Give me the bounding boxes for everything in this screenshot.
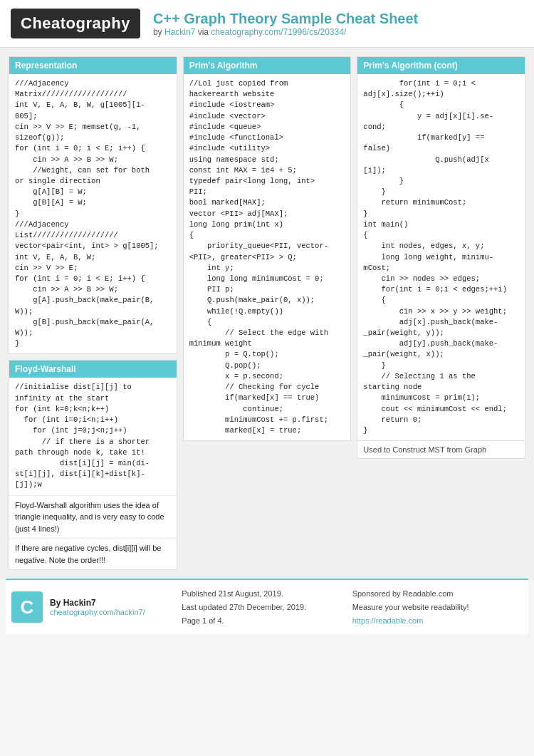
- main-content: Representation ///Adjacency Matrix//////…: [0, 48, 534, 579]
- footer-right: Sponsored by Readable.com Measure your w…: [352, 587, 523, 627]
- column-3: Prim's Algorithm (cont) for(int i = 0;i …: [354, 53, 528, 573]
- footer-sponsored: Sponsored by Readable.com: [352, 587, 523, 601]
- floyd-warshall-section: Floyd-Warshall //initialise dist[i][j] t…: [9, 360, 177, 570]
- floyd-warshall-body: //initialise dist[i][j] to infinity at t…: [9, 378, 177, 494]
- representation-section: Representation ///Adjacency Matrix//////…: [9, 56, 177, 354]
- column-2: Prim's Algorithm //Lol just copied from …: [180, 53, 355, 573]
- prims-header: Prim's Algorithm: [184, 57, 351, 74]
- prims-body: //Lol just copied from hackerearth websi…: [184, 74, 351, 440]
- footer-author-info: By Hackin7 cheatography.com/hackin7/: [50, 598, 145, 616]
- page-title: C++ Graph Theory Sample Cheat Sheet: [153, 11, 418, 27]
- footer-logo: C: [11, 591, 43, 623]
- footer-author-link[interactable]: cheatography.com/hackin7/: [50, 608, 145, 616]
- logo: Cheatography: [11, 9, 140, 38]
- prims-cont-header: Prim's Algorithm (cont): [357, 57, 525, 74]
- cheat-url[interactable]: cheatography.com/71996/cs/20334/: [211, 27, 346, 37]
- floyd-warshall-header: Floyd-Warshall: [9, 361, 177, 378]
- header: Cheatography C++ Graph Theory Sample Che…: [0, 0, 534, 48]
- footer: C By Hackin7 cheatography.com/hackin7/ P…: [6, 579, 528, 634]
- footer-published: Published 21st August, 2019.: [182, 587, 352, 601]
- footer-author-name: By Hackin7: [50, 598, 145, 608]
- footer-page: Page 1 of 4.: [182, 614, 352, 628]
- prims-section: Prim's Algorithm //Lol just copied from …: [183, 56, 352, 441]
- column-1: Representation ///Adjacency Matrix//////…: [6, 53, 180, 573]
- used-note: Used to Construct MST from Graph: [357, 440, 525, 458]
- floyd-warshall-note1: Floyd-Warshall algorithm uses the idea o…: [9, 495, 177, 539]
- author-link[interactable]: Hackin7: [164, 27, 195, 37]
- footer-sponsor-text: Measure your website readability!: [352, 601, 523, 614]
- prims-cont-section: Prim's Algorithm (cont) for(int i = 0;i …: [357, 56, 525, 459]
- prims-cont-body: for(int i = 0;i < adj[x].size();++i) { y…: [357, 74, 525, 440]
- footer-updated: Last updated 27th December, 2019.: [182, 601, 352, 614]
- header-text: C++ Graph Theory Sample Cheat Sheet by H…: [153, 11, 418, 37]
- footer-left: C By Hackin7 cheatography.com/hackin7/: [11, 587, 182, 627]
- footer-center: Published 21st August, 2019. Last update…: [182, 587, 352, 627]
- byline: by Hackin7 via cheatography.com/71996/cs…: [153, 27, 418, 37]
- representation-body: ///Adjacency Matrix/////////////////// i…: [9, 74, 177, 353]
- floyd-warshall-note2: If there are negative cycles, dist[i][i]…: [9, 538, 177, 569]
- footer-sponsor-url[interactable]: https://readable.com: [352, 616, 424, 625]
- representation-header: Representation: [9, 57, 177, 74]
